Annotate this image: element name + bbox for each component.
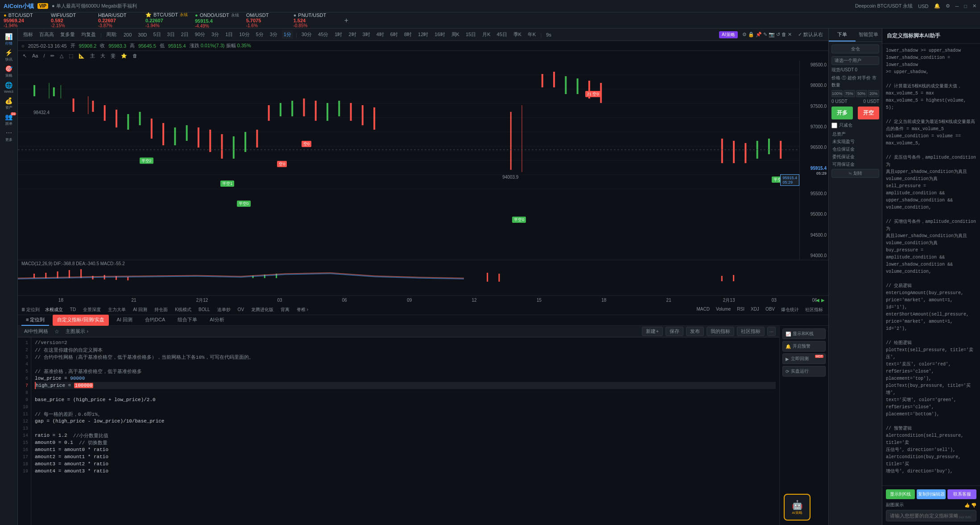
- draw-geometric[interactable]: ⬚: [67, 53, 74, 59]
- chart-ind-tab-xdj[interactable]: 主力大单: [106, 306, 128, 314]
- chart-ind-tab-dragon[interactable]: 龙腾进化版: [249, 306, 275, 314]
- show-k-line-button[interactable]: 📈 显示和K线: [782, 328, 826, 339]
- trading-tab-smart[interactable]: 智能贸单: [856, 29, 882, 41]
- toolbar-high[interactable]: 百高高: [37, 30, 56, 39]
- toolbar-3d[interactable]: 3日: [165, 30, 177, 39]
- pct-20[interactable]: 20%: [868, 90, 879, 97]
- ind-tab-rsi-right[interactable]: RSI: [735, 306, 746, 314]
- toolbar-1w[interactable]: 周K: [450, 30, 461, 39]
- toolbar-5d[interactable]: 5日: [151, 30, 162, 39]
- pos-tab-combo[interactable]: 组合下单: [173, 315, 202, 326]
- ticker-btc-usdt-active[interactable]: ⭐ BTC/USDT 永续 0.22607 -1.94%: [145, 12, 188, 29]
- toolbar-16h[interactable]: 16时: [433, 30, 447, 39]
- sidebar-icon-web3[interactable]: 🌐 Web3: [2, 80, 16, 94]
- draw-aa[interactable]: Aa: [31, 53, 39, 59]
- chart-ind-tab-explode[interactable]: 持仓面: [153, 306, 170, 314]
- toolbar-mk[interactable]: 月K: [480, 30, 492, 39]
- ind-tab-obv-right[interactable]: OBV: [764, 306, 777, 314]
- pct-50[interactable]: 50%: [856, 90, 867, 97]
- ticker-om-usdt[interactable]: OM/USDT 5.7075 -1.6%: [246, 12, 286, 28]
- toolbar-30d[interactable]: 30D: [136, 31, 149, 38]
- toolbar-3m2[interactable]: 3分: [268, 30, 279, 39]
- toolbar-2h[interactable]: 2时: [347, 30, 358, 39]
- draw-line[interactable]: /: [42, 53, 46, 59]
- toolbar-200[interactable]: 200: [122, 31, 133, 38]
- sub-tab-star[interactable]: ☆: [54, 328, 59, 335]
- my-indicator-button[interactable]: 我的指标: [707, 327, 734, 336]
- toolbar-2d[interactable]: 2日: [179, 30, 190, 39]
- chart-ind-tab-obv2[interactable]: OV: [236, 306, 246, 313]
- contact-support-button[interactable]: 联系客服: [947, 489, 976, 499]
- filter-full-position[interactable]: 全仓: [831, 45, 879, 53]
- toolbar-4h[interactable]: 4时: [375, 30, 386, 39]
- only-close-input[interactable]: [831, 123, 837, 128]
- pct-100[interactable]: 100%: [831, 90, 843, 97]
- pos-tab-custom[interactable]: 自定义指标/回测/实盘: [53, 315, 108, 326]
- toolbar-9s[interactable]: 9s: [544, 31, 553, 38]
- toolbar-30m[interactable]: 30分: [300, 30, 314, 39]
- toolbar-1h[interactable]: 1时: [333, 30, 344, 39]
- community-indicator-button[interactable]: 社区指标: [737, 327, 765, 336]
- chart-ind-tab-trace[interactable]: 追单炒: [215, 306, 232, 314]
- toolbar-1m[interactable]: 1分: [282, 30, 293, 39]
- window-close[interactable]: ✕: [972, 3, 976, 9]
- enable-alert-button[interactable]: 🔔 开启预警: [782, 341, 826, 352]
- draw-wave[interactable]: 大: [99, 52, 107, 60]
- toolbar-15d[interactable]: 15日: [464, 30, 478, 39]
- toolbar-12h[interactable]: 12时: [416, 30, 430, 39]
- sidebar-icon-fast[interactable]: ⚡ 快讯: [2, 48, 16, 62]
- toolbar-qk[interactable]: 季K: [512, 30, 523, 39]
- ind-tab-boom-right[interactable]: 爆仓统计: [779, 306, 801, 314]
- toolbar-indicator[interactable]: 指标: [21, 30, 35, 39]
- buy-button[interactable]: 开多: [831, 107, 853, 119]
- window-minimize[interactable]: ─: [955, 4, 959, 9]
- pos-tab-analysis[interactable]: AI分析: [205, 315, 228, 326]
- user-select-button[interactable]: 请选一个用户: [831, 56, 879, 65]
- sidebar-icon-strategy[interactable]: 🎯 策略: [2, 64, 16, 78]
- ticker-ondo-usdt[interactable]: ● ONDO/USDT 永续 95915.4 -4.49%: [195, 12, 239, 29]
- sub-tab-main-display[interactable]: 主图展示 ›: [63, 327, 91, 336]
- chart-ind-tab-boll[interactable]: BOLL: [197, 306, 212, 313]
- chart-ind-tab-obv[interactable]: AI 回测: [131, 306, 149, 314]
- ticker-hbar-usdt[interactable]: HBAR/USDT 0.22607 -3.87%: [98, 12, 138, 28]
- notification-icon[interactable]: 🔔: [934, 3, 940, 9]
- draw-special[interactable]: 主: [89, 52, 96, 60]
- toolbar-10m[interactable]: 10分: [237, 30, 251, 39]
- trading-tab-order[interactable]: 下单: [829, 29, 856, 41]
- sub-display-icons[interactable]: 👍 👎: [964, 503, 976, 508]
- draw-triangle[interactable]: △: [58, 53, 65, 59]
- chart-ind-tab-volume[interactable]: TD: [68, 306, 78, 313]
- copy-editor-button[interactable]: 复制到编辑器: [917, 489, 946, 499]
- draw-cursor[interactable]: ↖: [21, 53, 28, 59]
- toolbar-8h[interactable]: 8时: [402, 30, 414, 39]
- ind-tab-volume-right[interactable]: Volume: [714, 306, 732, 314]
- sidebar-icon-social[interactable]: 👥 跟单 24: [2, 112, 16, 127]
- sidebar-icon-market[interactable]: 📊 行情: [2, 32, 16, 46]
- show-k-button[interactable]: 显示到K线: [886, 489, 915, 499]
- toolbar-90m[interactable]: 90分: [193, 30, 207, 39]
- ai-robot-button[interactable]: 🤖 AI策略: [784, 494, 810, 521]
- ticker-wifi-usdt[interactable]: WIFI/USDT 0.592 -2.15%: [51, 12, 91, 28]
- code-content[interactable]: //version=2 // 在这里你建你的自定义脚本 // 合约中性网格（高于…: [31, 337, 779, 525]
- draw-astro[interactable]: ⭐: [120, 53, 128, 59]
- sub-tab-ai-grid[interactable]: AI中性网格: [21, 327, 51, 336]
- toolbar-default[interactable]: ✓ 默认从右: [796, 30, 825, 39]
- draw-fib[interactable]: 斐: [109, 52, 117, 60]
- ai-strategy-badge[interactable]: AI策略: [719, 31, 737, 38]
- draw-delete[interactable]: 🗑: [131, 53, 139, 59]
- toolbar-3m[interactable]: 3分: [210, 30, 221, 39]
- pos-tab-ai[interactable]: AI 回测: [112, 315, 137, 326]
- toolbar-yk[interactable]: 年K: [526, 30, 538, 39]
- pos-tab-dca[interactable]: 合约DCA: [141, 315, 170, 326]
- toolbar-45d[interactable]: 45日: [495, 30, 509, 39]
- toolbar-1d[interactable]: 1日: [223, 30, 235, 39]
- toolbar-3h[interactable]: 3时: [361, 30, 372, 39]
- publish-button[interactable]: 发布: [686, 327, 704, 336]
- ind-tab-xdj-right[interactable]: XDJ: [749, 306, 761, 314]
- add-ticker-button[interactable]: +: [344, 16, 348, 25]
- toolbar-45m[interactable]: 45分: [316, 30, 330, 39]
- toolbar-5m[interactable]: 5分: [254, 30, 265, 39]
- draw-measure[interactable]: 📐: [77, 53, 86, 59]
- transfer-button[interactable]: ≒ 划转: [831, 169, 879, 178]
- ind-tab-macd-right[interactable]: MACD: [695, 306, 711, 314]
